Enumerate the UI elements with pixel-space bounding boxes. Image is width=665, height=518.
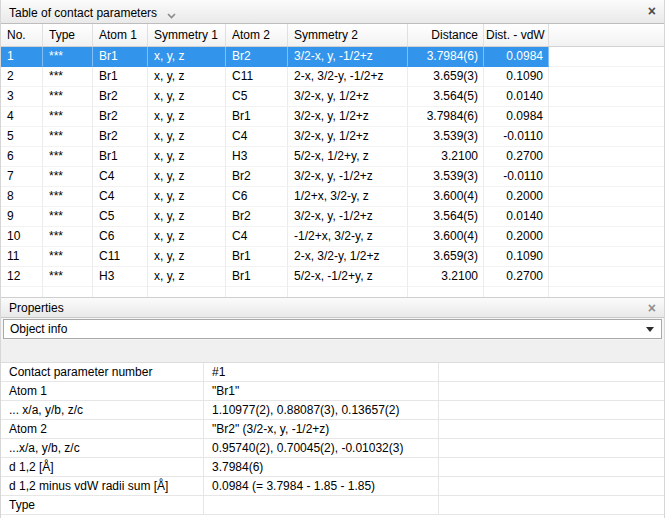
column-header-symmetry2[interactable]: Symmetry 2 bbox=[288, 24, 408, 46]
table-row[interactable]: 8 *** C4 x, y, z C6 1/2+x, 3/2-y, z 3.60… bbox=[1, 187, 664, 207]
property-row[interactable]: d 1,2 minus vdW radii sum [Å] 0.0984 (= … bbox=[1, 477, 664, 496]
property-row[interactable]: d 1,2 [Å] 3.7984(6) bbox=[1, 458, 664, 477]
cell-type: *** bbox=[43, 127, 93, 147]
cell-symmetry1: x, y, z bbox=[148, 147, 226, 167]
cell-atom2: C11 bbox=[226, 67, 288, 87]
table-row[interactable]: 5 *** Br2 x, y, z C4 3/2-x, y, 1/2+z 3.5… bbox=[1, 127, 664, 147]
cell-distance: 3.564(5) bbox=[408, 207, 484, 227]
object-info-dropdown[interactable]: Object info bbox=[3, 319, 662, 339]
cell-dist-vdw: 0.2700 bbox=[484, 147, 549, 167]
cell-atom1: C4 bbox=[93, 187, 148, 207]
property-row[interactable]: Contact parameter number #1 bbox=[1, 363, 664, 382]
cell-type: *** bbox=[43, 87, 93, 107]
cell-filler bbox=[549, 227, 664, 247]
property-row[interactable]: Atom 1 "Br1" bbox=[1, 382, 664, 401]
chevron-down-icon[interactable] bbox=[167, 4, 176, 27]
property-value: 3.7984(6) bbox=[204, 458, 439, 477]
property-row[interactable]: ... x/a, y/b, z/c 1.10977(2), 0.88087(3)… bbox=[1, 401, 664, 420]
property-row[interactable]: Type bbox=[1, 496, 664, 515]
cell-distance: 3.659(3) bbox=[408, 67, 484, 87]
column-header-symmetry1[interactable]: Symmetry 1 bbox=[148, 24, 226, 46]
cell-filler bbox=[549, 127, 664, 147]
cell-filler bbox=[549, 47, 664, 67]
cell-dist-vdw: 0.1090 bbox=[484, 247, 549, 267]
cell-type: *** bbox=[43, 67, 93, 87]
column-header-dist-vdw[interactable]: Dist. - vdW bbox=[484, 24, 549, 46]
cell-atom2: Br2 bbox=[226, 47, 288, 67]
cell-symmetry2: 3/2-x, y, 1/2+z bbox=[288, 107, 408, 127]
cell-atom1: Br2 bbox=[93, 87, 148, 107]
cell-distance: 3.2100 bbox=[408, 147, 484, 167]
cell-dist-vdw: 0.1090 bbox=[484, 67, 549, 87]
cell-symmetry2: 5/2-x, -1/2+y, z bbox=[288, 267, 408, 287]
cell-distance: 3.7984(6) bbox=[408, 107, 484, 127]
column-header-distance[interactable]: Distance bbox=[408, 24, 484, 46]
properties-close-icon[interactable]: × bbox=[648, 298, 656, 317]
property-label: Contact parameter number bbox=[1, 363, 204, 382]
cell-distance: 3.539(3) bbox=[408, 127, 484, 147]
cell-filler bbox=[549, 247, 664, 267]
properties-title: Properties bbox=[9, 301, 64, 315]
cell-symmetry1: x, y, z bbox=[148, 227, 226, 247]
column-header-filler bbox=[549, 24, 664, 46]
cell-atom1: C4 bbox=[93, 167, 148, 187]
table-row[interactable]: 7 *** C4 x, y, z Br2 3/2-x, y, -1/2+z 3.… bbox=[1, 167, 664, 187]
cell-dist-vdw: 0.2000 bbox=[484, 227, 549, 247]
cell-atom1 bbox=[93, 287, 148, 297]
contacts-rows: 1 *** Br1 x, y, z Br2 3/2-x, y, -1/2+z 3… bbox=[1, 47, 664, 297]
property-row[interactable]: ...x/a, y/b, z/c 0.95740(2), 0.70045(2),… bbox=[1, 439, 664, 458]
cell-distance: 3.600(4) bbox=[408, 187, 484, 207]
close-icon[interactable]: × bbox=[648, 0, 656, 23]
cell-symmetry2: 2-x, 3/2-y, 1/2+z bbox=[288, 247, 408, 267]
cell-atom2: Br1 bbox=[226, 267, 288, 287]
cell-distance: 3.539(3) bbox=[408, 167, 484, 187]
column-header-no[interactable]: No. bbox=[1, 24, 43, 46]
table-row[interactable]: 10 *** C6 x, y, z C4 -1/2+x, 3/2-y, z 3.… bbox=[1, 227, 664, 247]
property-filler bbox=[439, 382, 664, 401]
table-row[interactable]: 9 *** C5 x, y, z Br2 3/2-x, y, -1/2+z 3.… bbox=[1, 207, 664, 227]
cell-no: 6 bbox=[1, 147, 43, 167]
column-header-type[interactable]: Type bbox=[43, 24, 93, 46]
cell-dist-vdw bbox=[484, 287, 549, 297]
cell-type: *** bbox=[43, 107, 93, 127]
cell-filler bbox=[549, 87, 664, 107]
table-row[interactable]: 2 *** Br1 x, y, z C11 2-x, 3/2-y, -1/2+z… bbox=[1, 67, 664, 87]
cell-atom2: Br2 bbox=[226, 167, 288, 187]
cell-filler bbox=[549, 207, 664, 227]
cell-distance: 3.7984(6) bbox=[408, 47, 484, 67]
property-row[interactable]: Atom 2 "Br2" (3/2-x, y, -1/2+z) bbox=[1, 420, 664, 439]
cell-atom1: Br1 bbox=[93, 67, 148, 87]
property-label: ... x/a, y/b, z/c bbox=[1, 401, 204, 420]
properties-panel-titlebar: Properties × bbox=[1, 297, 664, 318]
panel-title: Table of contact parameters bbox=[9, 2, 157, 25]
cell-symmetry2 bbox=[288, 287, 408, 297]
cell-symmetry2: 3/2-x, y, -1/2+z bbox=[288, 207, 408, 227]
cell-type: *** bbox=[43, 207, 93, 227]
cell-no: 3 bbox=[1, 87, 43, 107]
table-row[interactable]: 4 *** Br2 x, y, z Br1 3/2-x, y, 1/2+z 3.… bbox=[1, 107, 664, 127]
cell-atom2: Br1 bbox=[226, 107, 288, 127]
property-value: 0.0984 (= 3.7984 - 1.85 - 1.85) bbox=[204, 477, 439, 496]
cell-no: 8 bbox=[1, 187, 43, 207]
table-row[interactable]: 12 *** H3 x, y, z Br1 5/2-x, -1/2+y, z 3… bbox=[1, 267, 664, 287]
cell-symmetry1: x, y, z bbox=[148, 247, 226, 267]
table-row[interactable]: 3 *** Br2 x, y, z C5 3/2-x, y, 1/2+z 3.5… bbox=[1, 87, 664, 107]
table-row[interactable]: 6 *** Br1 x, y, z H3 5/2-x, 1/2+y, z 3.2… bbox=[1, 147, 664, 167]
cell-filler bbox=[549, 187, 664, 207]
cell-distance: 3.564(5) bbox=[408, 87, 484, 107]
cell-filler bbox=[549, 267, 664, 287]
property-filler bbox=[439, 439, 664, 458]
cell-symmetry2: 3/2-x, y, -1/2+z bbox=[288, 167, 408, 187]
cell-no: 9 bbox=[1, 207, 43, 227]
column-header-atom1[interactable]: Atom 1 bbox=[93, 24, 148, 46]
cell-symmetry2: 2-x, 3/2-y, -1/2+z bbox=[288, 67, 408, 87]
cell-dist-vdw: 0.0140 bbox=[484, 207, 549, 227]
column-header-atom2[interactable]: Atom 2 bbox=[226, 24, 288, 46]
cell-atom1: Br1 bbox=[93, 147, 148, 167]
table-row[interactable]: 11 *** C11 x, y, z Br1 2-x, 3/2-y, 1/2+z… bbox=[1, 247, 664, 267]
cell-no: 11 bbox=[1, 247, 43, 267]
property-label: Atom 1 bbox=[1, 382, 204, 401]
cell-symmetry1: x, y, z bbox=[148, 167, 226, 187]
cell-atom2 bbox=[226, 287, 288, 297]
table-row[interactable]: 1 *** Br1 x, y, z Br2 3/2-x, y, -1/2+z 3… bbox=[1, 47, 664, 67]
